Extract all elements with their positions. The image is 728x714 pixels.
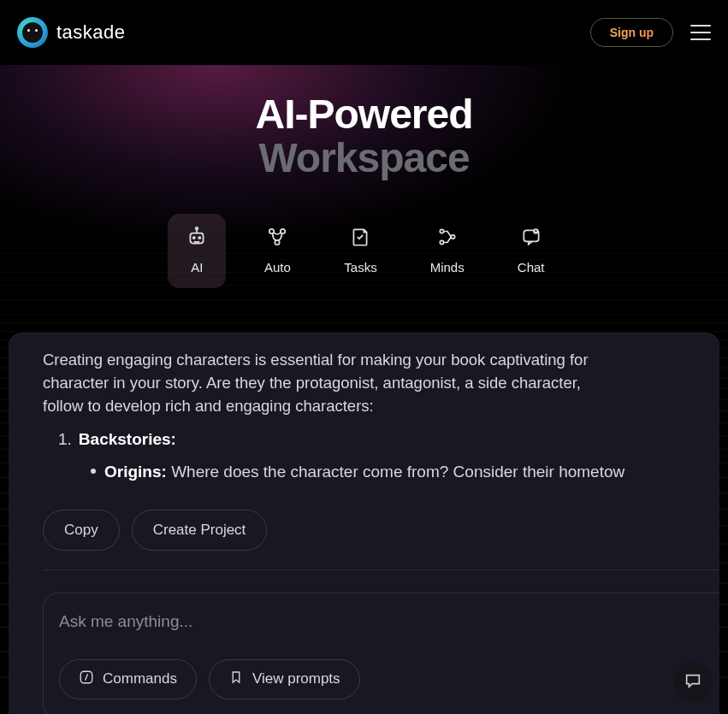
main-content: AI-Powered Workspace AI Auto Tasks Minds [0, 65, 728, 714]
chat-icon [520, 226, 542, 248]
list-number: 1. [58, 428, 72, 451]
list-item-1: 1. Backstories: [43, 428, 719, 451]
subitem-text: Where does the character come from? Cons… [171, 463, 624, 481]
tab-chat-label: Chat [518, 260, 545, 274]
create-project-button[interactable]: Create Project [132, 510, 268, 551]
slash-command-icon [79, 670, 94, 689]
feature-tabs: AI Auto Tasks Minds Chat [0, 214, 728, 288]
header-actions: Sign up [590, 18, 711, 47]
brand-name: taskade [56, 21, 126, 44]
svg-point-9 [451, 235, 454, 239]
list-label-backstories: Backstories: [79, 428, 176, 451]
mind-map-icon [436, 226, 459, 248]
copy-button[interactable]: Copy [43, 510, 120, 551]
brand-logo-group[interactable]: taskade [17, 17, 126, 48]
tab-ai[interactable]: AI [168, 214, 226, 288]
site-header: taskade Sign up [0, 0, 728, 65]
taskade-logo-icon [17, 17, 48, 48]
response-line-3: follow to develop rich and engaging char… [43, 395, 719, 418]
tasks-icon [349, 226, 371, 248]
subitem-label-origins: Origins: [104, 463, 167, 481]
tab-auto-label: Auto [264, 260, 291, 274]
hero-subtitle: Workspace [0, 134, 728, 181]
tab-tasks-label: Tasks [344, 260, 376, 274]
ai-response-card: Creating engaging characters is essentia… [9, 333, 719, 714]
svg-point-1 [196, 227, 198, 230]
list-subitem-1: Origins: Where does the character come f… [43, 460, 719, 484]
response-line-2: character in your story. Are they the pr… [43, 372, 719, 395]
prompt-area: Ask me anything... Commands View prompts [43, 569, 719, 714]
commands-button[interactable]: Commands [59, 659, 197, 699]
hero-title: AI-Powered [0, 91, 728, 138]
speech-bubble-icon [684, 671, 702, 693]
response-actions: Copy Create Project [43, 510, 719, 551]
prompt-placeholder-text: Ask me anything... [59, 612, 719, 631]
tab-tasks[interactable]: Tasks [328, 214, 392, 288]
svg-point-8 [440, 240, 443, 244]
automation-icon [266, 226, 288, 248]
bullet-icon [91, 469, 96, 474]
view-prompts-label: View prompts [252, 670, 340, 687]
tab-ai-label: AI [191, 260, 203, 274]
svg-point-7 [440, 229, 443, 233]
svg-point-3 [198, 237, 200, 239]
response-line-1: Creating engaging characters is essentia… [43, 351, 589, 369]
svg-point-2 [193, 237, 195, 239]
ai-response-text: Creating engaging characters is essentia… [43, 349, 719, 484]
tab-chat[interactable]: Chat [502, 214, 560, 288]
robot-icon [186, 226, 208, 248]
tab-minds-label: Minds [430, 260, 465, 274]
tab-auto[interactable]: Auto [248, 214, 306, 288]
commands-label: Commands [103, 670, 177, 687]
tab-minds[interactable]: Minds [415, 214, 480, 288]
bookmark-icon [228, 670, 244, 689]
help-chat-fab[interactable] [673, 663, 713, 702]
view-prompts-button[interactable]: View prompts [209, 659, 360, 699]
prompt-input-container[interactable]: Ask me anything... Commands View prompts [43, 593, 719, 714]
menu-icon[interactable] [690, 25, 711, 40]
prompt-shortcuts: Commands View prompts [59, 659, 719, 699]
signup-button[interactable]: Sign up [590, 18, 673, 47]
